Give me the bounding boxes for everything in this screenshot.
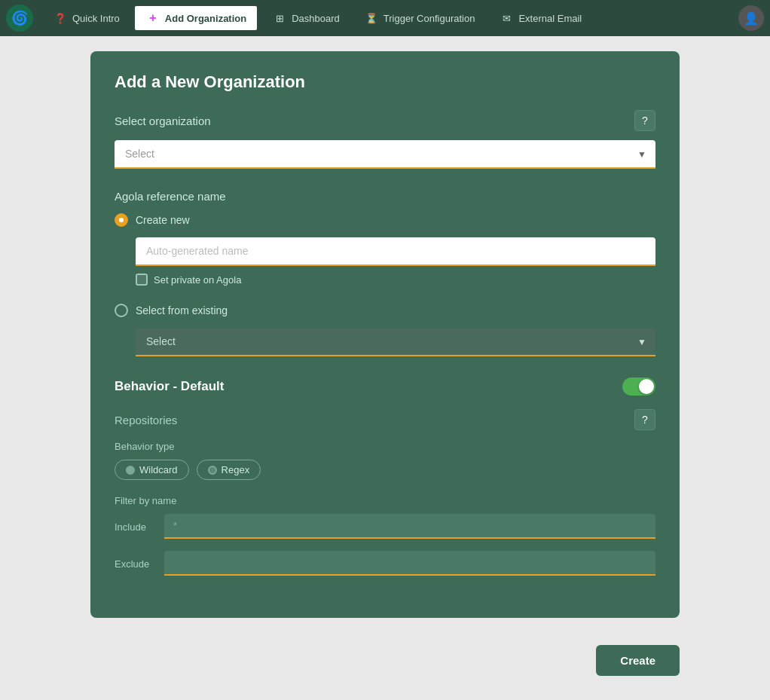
tab-quick-intro[interactable]: ❓ Quick Intro	[42, 6, 130, 30]
create-new-label: Create new	[136, 214, 190, 226]
select-existing-radio[interactable]	[115, 304, 128, 317]
behavior-title: Behavior - Default	[115, 379, 224, 394]
create-button[interactable]: Create	[596, 645, 680, 676]
agola-ref-radio-group: Create new Set private on Agola Select f…	[115, 213, 655, 356]
trigger-icon: ⏳	[364, 11, 379, 26]
filter-by-name-label: Filter by name	[115, 495, 655, 506]
agola-ref-section: Agola reference name Create new Set priv…	[115, 190, 655, 356]
tab-dashboard[interactable]: ⊞ Dashboard	[261, 6, 350, 30]
repos-label: Repositories	[115, 414, 177, 426]
create-new-subsection: Set private on Agola	[115, 237, 655, 293]
regex-radio-circle	[208, 466, 217, 475]
existing-select-wrapper: Select ▼	[136, 328, 655, 356]
auto-name-input[interactable]	[136, 237, 655, 266]
behavior-header: Behavior - Default	[115, 378, 655, 396]
regex-radio-btn[interactable]: Regex	[197, 460, 261, 480]
tab-external-email[interactable]: ✉ External Email	[488, 6, 592, 30]
exclude-input[interactable]	[164, 551, 655, 576]
quick-intro-icon: ❓	[53, 11, 68, 26]
email-icon: ✉	[499, 11, 514, 26]
add-org-card: Add a New Organization Select organizati…	[90, 51, 680, 618]
page-title: Add a New Organization	[115, 72, 655, 92]
org-select-wrapper: Select ▼	[115, 140, 655, 169]
tab-add-organization[interactable]: + Add Organization	[133, 5, 258, 32]
bottom-bar: Create	[0, 633, 770, 688]
existing-select[interactable]: Select	[136, 328, 655, 356]
create-new-radio[interactable]	[115, 213, 128, 227]
filter-section: Filter by name Include Exclude	[115, 495, 655, 576]
include-input[interactable]	[164, 514, 655, 539]
select-existing-label: Select from existing	[136, 304, 228, 316]
exclude-row: Exclude	[115, 551, 655, 576]
behavior-type-radio-group: Wildcard Regex	[115, 460, 655, 480]
dashboard-icon: ⊞	[272, 11, 287, 26]
tab-trigger-configuration[interactable]: ⏳ Trigger Configuration	[353, 6, 486, 30]
select-org-help-button[interactable]: ?	[634, 110, 655, 131]
behavior-type-label: Behavior type	[115, 441, 655, 452]
repos-help-button[interactable]: ?	[634, 409, 655, 430]
exclude-label: Exclude	[115, 551, 152, 570]
set-private-label: Set private on Agola	[154, 274, 241, 286]
add-org-icon: +	[145, 11, 160, 26]
select-existing-subsection: Select ▼	[115, 328, 655, 356]
behavior-type-section: Behavior type Wildcard Regex Filter by n…	[115, 441, 655, 576]
app-logo: 🌀	[6, 5, 33, 32]
create-new-option[interactable]: Create new	[115, 213, 655, 227]
agola-ref-label: Agola reference name	[115, 190, 655, 203]
repos-header: Repositories ?	[115, 409, 655, 430]
include-row: Include	[115, 514, 655, 539]
topnav: 🌀 ❓ Quick Intro + Add Organization ⊞ Das…	[0, 0, 770, 36]
select-existing-option[interactable]: Select from existing	[115, 304, 655, 317]
select-org-header: Select organization ?	[115, 110, 655, 131]
org-select[interactable]: Select	[115, 140, 655, 169]
behavior-section: Behavior - Default Repositories ? Behavi…	[115, 378, 655, 576]
select-org-label: Select organization	[115, 115, 211, 127]
set-private-wrapper[interactable]: Set private on Agola	[136, 274, 655, 286]
wildcard-radio-btn[interactable]: Wildcard	[115, 460, 189, 480]
set-private-checkbox[interactable]	[136, 274, 148, 286]
main-content: Add a New Organization Select organizati…	[0, 36, 770, 633]
user-avatar[interactable]: 👤	[738, 5, 764, 31]
select-org-section: Select organization ? Select ▼	[115, 110, 655, 169]
behavior-toggle[interactable]	[622, 378, 655, 396]
wildcard-radio-circle	[126, 466, 135, 475]
include-label: Include	[115, 514, 152, 533]
